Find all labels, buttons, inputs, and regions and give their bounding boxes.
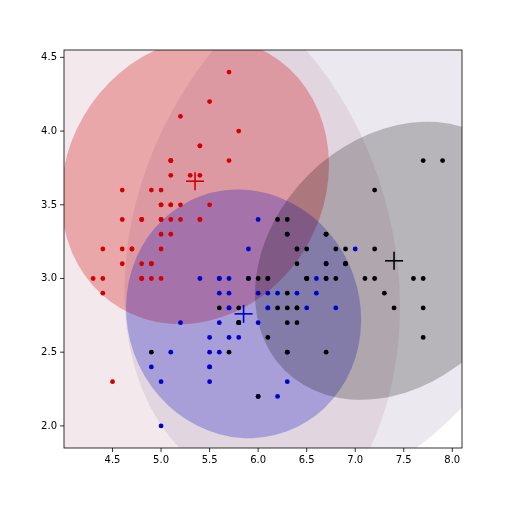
cluster-red-point xyxy=(91,276,96,281)
cluster-black-point xyxy=(246,276,251,281)
cluster-red-point xyxy=(178,114,183,119)
cluster-blue-point xyxy=(227,335,232,340)
cluster-red-point xyxy=(120,188,125,193)
y-tick-label: 4.0 xyxy=(41,125,57,136)
cluster-black-point xyxy=(421,335,426,340)
cluster-red-point xyxy=(139,276,144,281)
cluster-red-point xyxy=(100,291,105,296)
cluster-blue-point xyxy=(246,247,251,252)
cluster-blue-point xyxy=(198,276,203,281)
x-tick-label: 8.0 xyxy=(444,454,460,465)
cluster-red-point xyxy=(159,232,164,237)
cluster-red-point xyxy=(159,217,164,222)
cluster-black-point xyxy=(256,394,261,399)
cluster-blue-point xyxy=(207,379,212,384)
y-tick-label: 2.5 xyxy=(41,346,57,357)
cluster-black-point xyxy=(227,350,232,355)
cluster-red-point xyxy=(168,232,173,237)
cluster-red-point xyxy=(198,173,203,178)
cluster-blue-point xyxy=(217,276,222,281)
x-tick-label: 4.5 xyxy=(105,454,121,465)
cluster-blue-point xyxy=(304,306,309,311)
cluster-blue-point xyxy=(217,320,222,325)
cluster-black-point xyxy=(285,350,290,355)
cluster-black-point xyxy=(363,276,368,281)
x-tick-label: 5.5 xyxy=(202,454,218,465)
x-tick-label: 6.0 xyxy=(250,454,266,465)
cluster-black-point xyxy=(392,306,397,311)
cluster-red-point xyxy=(120,247,125,252)
cluster-blue-point xyxy=(207,335,212,340)
x-tick-label: 7.5 xyxy=(396,454,412,465)
cluster-red-point xyxy=(100,247,105,252)
cluster-blue-point xyxy=(275,394,280,399)
cluster-blue-point xyxy=(207,365,212,370)
cluster-blue-point xyxy=(236,335,241,340)
cluster-red-point xyxy=(207,202,212,207)
cluster-red-point xyxy=(100,276,105,281)
cluster-black-point xyxy=(295,306,300,311)
cluster-black-point xyxy=(285,320,290,325)
cluster-blue-point xyxy=(314,291,319,296)
cluster-red-point xyxy=(159,202,164,207)
cluster-blue-point xyxy=(217,350,222,355)
x-tick-label: 6.5 xyxy=(299,454,315,465)
cluster-blue-point xyxy=(353,247,358,252)
cluster-red-point xyxy=(236,129,241,134)
cluster-blue-point xyxy=(149,365,154,370)
cluster-blue-point xyxy=(168,350,173,355)
cluster-black-point xyxy=(295,247,300,252)
cluster-black-point xyxy=(265,335,270,340)
cluster-black-point xyxy=(236,306,241,311)
cluster-black-point xyxy=(304,276,309,281)
cluster-red-point xyxy=(149,261,154,266)
cluster-black-point xyxy=(324,276,329,281)
cluster-blue-point xyxy=(227,276,232,281)
cluster-black-point xyxy=(343,261,348,266)
cluster-black-point xyxy=(372,188,377,193)
cluster-red-point xyxy=(188,173,193,178)
cluster-black-point xyxy=(440,158,445,163)
cluster-blue-point xyxy=(217,291,222,296)
cluster-red-point xyxy=(130,247,135,252)
cluster-red-point xyxy=(227,158,232,163)
cluster-red-point xyxy=(159,247,164,252)
cluster-red-point xyxy=(139,261,144,266)
cluster-black-point xyxy=(285,306,290,311)
cluster-black-point xyxy=(285,232,290,237)
cluster-blue-point xyxy=(256,217,261,222)
y-tick-label: 2.0 xyxy=(41,420,57,431)
cluster-red-point xyxy=(198,143,203,148)
cluster-black-point xyxy=(149,350,154,355)
cluster-black-point xyxy=(265,276,270,281)
cluster-red-point xyxy=(168,202,173,207)
cluster-blue-point xyxy=(265,291,270,296)
cluster-blue-point xyxy=(275,291,280,296)
cluster-red-point xyxy=(110,379,115,384)
cluster-red-point xyxy=(198,217,203,222)
cluster-red-point xyxy=(120,261,125,266)
cluster-red-point xyxy=(120,217,125,222)
cluster-red-point xyxy=(178,202,183,207)
cluster-black-point xyxy=(304,247,309,252)
cluster-black-point xyxy=(372,247,377,252)
cluster-red-point xyxy=(168,158,173,163)
cluster-red-point xyxy=(159,188,164,193)
cluster-black-point xyxy=(275,306,280,311)
y-tick-label: 3.5 xyxy=(41,199,57,210)
cluster-black-point xyxy=(256,276,261,281)
cluster-blue-point xyxy=(159,423,164,428)
cluster-black-point xyxy=(217,306,222,311)
cluster-black-point xyxy=(285,291,290,296)
cluster-blue-point xyxy=(256,291,261,296)
cluster-red-point xyxy=(178,217,183,222)
cluster-black-point xyxy=(324,232,329,237)
x-tick-label: 5.0 xyxy=(153,454,169,465)
scatter-gmm-chart: 4.55.05.56.06.57.07.58.02.02.53.03.54.04… xyxy=(0,0,512,512)
cluster-black-point xyxy=(275,217,280,222)
cluster-black-point xyxy=(285,217,290,222)
cluster-black-point xyxy=(333,276,338,281)
cluster-red-point xyxy=(149,188,154,193)
cluster-blue-point xyxy=(314,276,319,281)
cluster-red-point xyxy=(139,217,144,222)
